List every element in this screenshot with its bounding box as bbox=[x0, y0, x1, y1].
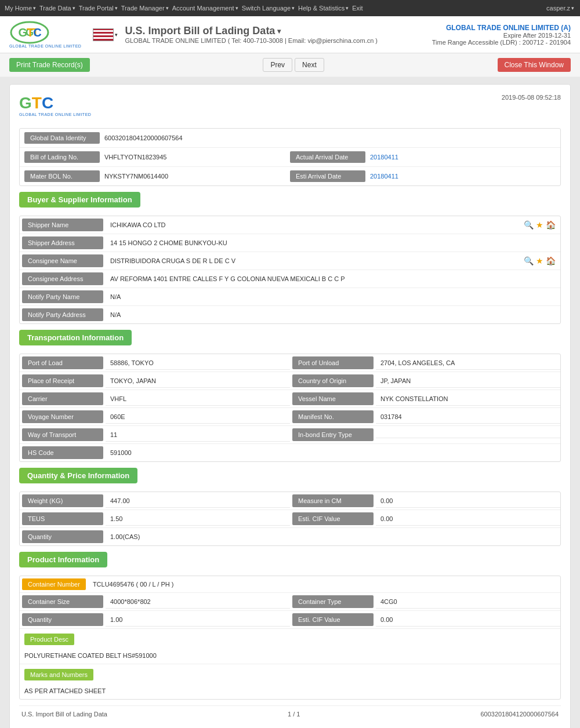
logo-g: G bbox=[19, 94, 32, 112]
page-subtitle: GLOBAL TRADE ONLINE LIMITED ( Tel: 400-7… bbox=[125, 37, 432, 44]
shipper-name-label: Shipper Name bbox=[22, 219, 103, 231]
record-footer-left: U.S. Import Bill of Lading Data bbox=[21, 711, 107, 718]
trade-portal-arrow: ▾ bbox=[115, 5, 118, 11]
page-header: G T G T C GLOBAL TRADE ONLINE LIMITED bbox=[0, 16, 580, 53]
prev-top-button[interactable]: Prev bbox=[263, 58, 292, 72]
country-of-origin-value: JP, JAPAN bbox=[376, 374, 560, 388]
quantity-price-grid: Weight (KG) 447.00 Measure in CM 0.00 TE… bbox=[19, 492, 561, 546]
consignee-name-label: Consignee Name bbox=[22, 254, 103, 267]
marks-section: Marks and Numbers AS PER ATTACHED SHEET bbox=[20, 664, 560, 699]
product-desc-section: Product Desc POLYURETHANE COATED BELT HS… bbox=[20, 629, 560, 664]
container-number-label: Container Number bbox=[22, 578, 86, 590]
consignee-star-icon[interactable]: ★ bbox=[536, 256, 543, 265]
shipper-address-value: 14 15 HONGO 2 CHOME BUNKYOU-KU bbox=[106, 236, 560, 249]
logo-c: C bbox=[42, 94, 53, 112]
consignee-address-row: Consignee Address AV REFORMA 1401 ENTRE … bbox=[20, 270, 560, 288]
product-desc-label: Product Desc bbox=[24, 634, 74, 645]
shipper-name-value: ICHIKAWA CO LTD bbox=[106, 219, 524, 231]
record-footer: U.S. Import Bill of Lading Data 1 / 1 60… bbox=[19, 705, 561, 722]
nav-help-statistics[interactable]: Help & Statistics ▾ bbox=[298, 5, 350, 12]
port-of-load-value: 58886, TOKYO bbox=[106, 356, 290, 370]
record-logo-subtitle: GLOBAL TRADE ONLINE LIMITED bbox=[19, 112, 91, 117]
next-top-button[interactable]: Next bbox=[295, 58, 324, 72]
expire-date: Expire After 2019-12-31 bbox=[432, 32, 571, 39]
weight-label: Weight (KG) bbox=[22, 494, 103, 507]
master-bol-value: NYKSTY7NM0614400 bbox=[104, 173, 168, 180]
weight-measure-row: Weight (KG) 447.00 Measure in CM 0.00 bbox=[20, 492, 560, 510]
actual-arrival-label: Actual Arrival Date bbox=[290, 151, 365, 163]
ldr-range: Time Range Accessible (LDR) : 200712 - 2… bbox=[432, 39, 571, 46]
product-esti-cif-value: 0.00 bbox=[376, 613, 560, 627]
quantity-value: 1.00(CAS) bbox=[106, 530, 560, 543]
nav-account-management[interactable]: Account Management ▾ bbox=[172, 5, 240, 12]
buyer-supplier-header: Buyer & Supplier Information bbox=[19, 192, 140, 208]
carrier-vessel-row: Carrier VHFL Vessel Name NYK CONSTELLATI… bbox=[20, 390, 560, 408]
record-logo: G T C GLOBAL TRADE ONLINE LIMITED bbox=[19, 94, 91, 117]
way-of-transport-label: Way of Transport bbox=[22, 428, 103, 441]
weight-value: 447.00 bbox=[106, 494, 290, 508]
consignee-address-value: AV REFORMA 1401 ENTRE CALLES F Y G COLON… bbox=[106, 272, 560, 285]
global-identity-label: Global Data Identity bbox=[24, 132, 100, 144]
logo-area: G T G T C GLOBAL TRADE ONLINE LIMITED bbox=[9, 21, 81, 48]
global-identity-row: Global Data Identity 6003201804120000607… bbox=[20, 129, 560, 148]
hs-code-row: HS Code 591000 bbox=[20, 444, 560, 461]
company-logo: G T G T C GLOBAL TRADE ONLINE LIMITED bbox=[9, 21, 81, 48]
user-dropdown-arrow: ▾ bbox=[571, 5, 574, 11]
transportation-header: Transportation Information bbox=[19, 330, 132, 345]
page-title-area: U.S. Import Bill of Lading Data ▾ GLOBAL… bbox=[125, 25, 432, 44]
hs-code-value: 591000 bbox=[106, 446, 560, 459]
shipper-search-icon[interactable]: 🔍 bbox=[524, 220, 534, 230]
product-quantity-value: 1.00 bbox=[106, 613, 290, 627]
product-header: Product Information bbox=[19, 552, 107, 567]
place-of-receipt-label: Place of Receipt bbox=[22, 374, 103, 387]
vessel-name-label: Vessel Name bbox=[292, 392, 374, 405]
notify-address-label: Notify Party Address bbox=[22, 308, 103, 321]
in-bond-entry-value bbox=[376, 432, 560, 438]
in-bond-entry-label: In-bond Entry Type bbox=[292, 428, 374, 441]
account-info: GLOBAL TRADE ONLINE LIMITED (A) Expire A… bbox=[432, 24, 571, 46]
container-type-value: 4CG0 bbox=[376, 595, 560, 609]
nav-my-home[interactable]: My Home ▾ bbox=[5, 5, 37, 12]
port-of-unload-label: Port of Unload bbox=[292, 356, 374, 369]
esti-cif-label: Esti. CIF Value bbox=[292, 512, 374, 525]
measure-label: Measure in CM bbox=[292, 494, 374, 507]
quantity-price-section: Quantity & Price Information Weight (KG)… bbox=[19, 468, 561, 546]
bol-value: VHFLTYOTN1823945 bbox=[104, 154, 166, 161]
print-top-button[interactable]: Print Trade Record(s) bbox=[9, 58, 90, 72]
nav-exit[interactable]: Exit bbox=[352, 5, 364, 12]
port-row: Port of Load 58886, TOKYO Port of Unload… bbox=[20, 354, 560, 372]
logo-subtitle: GLOBAL TRADE ONLINE LIMITED bbox=[9, 44, 81, 48]
measure-value: 0.00 bbox=[376, 494, 560, 508]
nav-trade-portal[interactable]: Trade Portal ▾ bbox=[79, 5, 119, 12]
nav-switch-language[interactable]: Switch Language ▾ bbox=[242, 5, 296, 12]
record-timestamp: 2019-05-08 09:52:18 bbox=[502, 94, 561, 101]
title-dropdown-arrow[interactable]: ▾ bbox=[277, 27, 281, 35]
container-size-type-row: Container Size 4000*806*802 Container Ty… bbox=[20, 593, 560, 611]
product-quantity-label: Quantity bbox=[22, 613, 103, 626]
transportation-section: Transportation Information Port of Load … bbox=[19, 330, 561, 462]
consignee-home-icon[interactable]: 🏠 bbox=[546, 256, 556, 265]
receipt-origin-row: Place of Receipt TOKYO, JAPAN Country of… bbox=[20, 372, 560, 390]
master-bol-row: Mater BOL No. NYKSTY7NM0614400 Esti Arri… bbox=[20, 167, 560, 185]
close-top-button[interactable]: Close This Window bbox=[498, 58, 571, 72]
shipper-star-icon[interactable]: ★ bbox=[536, 220, 543, 230]
vessel-name-value: NYK CONSTELLATION bbox=[376, 392, 560, 406]
transport-inbond-row: Way of Transport 11 In-bond Entry Type bbox=[20, 426, 560, 444]
port-of-unload-value: 2704, LOS ANGELES, CA bbox=[376, 356, 560, 370]
consignee-search-icon[interactable]: 🔍 bbox=[524, 256, 534, 265]
flag-dropdown-arrow[interactable]: ▾ bbox=[115, 32, 118, 38]
page-main-title: U.S. Import Bill of Lading Data ▾ bbox=[125, 25, 432, 37]
carrier-label: Carrier bbox=[22, 392, 103, 405]
bol-row: Bill of Lading No. VHFLTYOTN1823945 Actu… bbox=[20, 148, 560, 167]
shipper-name-row: Shipper Name ICHIKAWA CO LTD 🔍 ★ 🏠 bbox=[20, 216, 560, 234]
master-bol-label: Mater BOL No. bbox=[24, 170, 100, 182]
port-of-load-label: Port of Load bbox=[22, 356, 103, 369]
shipper-home-icon[interactable]: 🏠 bbox=[546, 220, 556, 230]
nav-trade-data[interactable]: Trade Data ▾ bbox=[39, 5, 77, 12]
nav-trade-manager[interactable]: Trade Manager ▾ bbox=[121, 5, 170, 12]
notify-address-row: Notify Party Address N/A bbox=[20, 306, 560, 323]
user-display: casper.z bbox=[546, 5, 570, 12]
notify-name-value: N/A bbox=[106, 290, 560, 303]
record-card: G T C GLOBAL TRADE ONLINE LIMITED 2019-0… bbox=[9, 84, 571, 728]
record-footer-right: 6003201804120000607564 bbox=[480, 711, 559, 718]
